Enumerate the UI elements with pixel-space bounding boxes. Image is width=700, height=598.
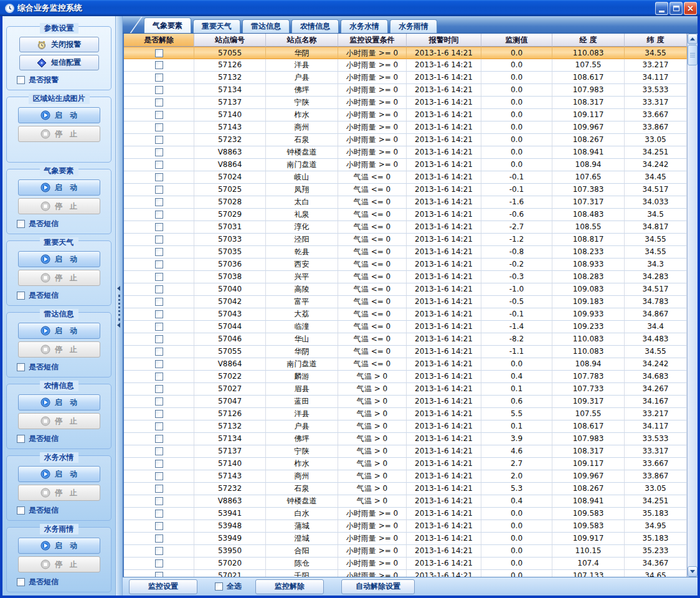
group-checkbox[interactable]: 是否短信 [17,434,107,444]
table-row[interactable]: 53948蒲城小时雨量 >= 02013-1-6 14:210.0109.583… [124,520,687,533]
start-button[interactable]: 启 动 [18,107,100,123]
start-button[interactable]: 启 动 [18,394,100,411]
table-row[interactable]: 57232石泉气温 > 02013-1-6 14:215.3108.26733.… [124,483,687,495]
table-row[interactable]: 57027眉县气温 > 02013-1-6 14:210.1107.73334.… [124,383,687,396]
column-header-4[interactable]: 报警时间 [407,34,481,47]
row-checkbox[interactable] [155,173,163,181]
table-row[interactable]: 57140柞水小时雨量 >= 02013-1-6 14:210.0109.117… [124,109,687,121]
row-checkbox[interactable] [155,335,163,343]
table-row[interactable]: 53949澄城小时雨量 >= 02013-1-6 14:210.0109.917… [124,533,687,545]
row-checkbox[interactable] [155,186,163,194]
group-checkbox[interactable]: 是否短信 [17,505,107,516]
table-row[interactable]: 57140柞水气温 > 02013-1-6 14:212.7109.11733.… [124,458,687,470]
auto-release-settings-button[interactable]: 自动解除设置 [341,579,415,594]
row-checkbox[interactable] [155,348,163,356]
row-checkbox[interactable] [155,397,163,406]
table-row[interactable]: 57134佛坪气温 > 02013-1-6 14:213.9107.98333.… [124,433,687,445]
collapse-left-icon[interactable] [117,286,120,291]
table-row[interactable]: 57143商州气温 > 02013-1-6 14:212.0109.96733.… [124,470,687,483]
table-row[interactable]: V8863钟楼盘道气温 > 02013-1-6 14:210.4108.9413… [124,495,687,508]
table-row[interactable]: 57055华阴气温 <= 02013-1-6 14:21-1.1110.0833… [124,346,687,358]
scroll-down-button[interactable] [688,566,698,577]
select-all-control[interactable]: 全选 [215,581,242,592]
table-row[interactable]: 57033泾阳气温 <= 02013-1-6 14:21-1.2108.8173… [124,234,687,246]
start-button[interactable]: 启 动 [18,466,100,482]
table-row[interactable]: 57042富平气温 <= 02013-1-6 14:21-0.5109.1833… [124,296,687,308]
collapse-left-icon[interactable] [117,323,120,328]
scroll-thumb[interactable] [688,45,698,65]
table-row[interactable]: 57040高陵气温 <= 02013-1-6 14:21-1.0109.0833… [124,283,687,296]
table-row[interactable]: 57029礼泉气温 <= 02013-1-6 14:21-0.6108.4833… [124,209,687,221]
table-row[interactable]: 57024岐山气温 <= 02013-1-6 14:21-0.1107.6534… [124,171,687,184]
row-checkbox[interactable] [155,373,163,381]
table-row[interactable]: V8864南门盘道小时雨量 >= 02013-1-6 14:210.0108.9… [124,159,687,171]
start-button[interactable]: 启 动 [18,179,100,196]
table-row[interactable]: 53950合阳小时雨量 >= 02013-1-6 14:210.0110.153… [124,545,687,558]
group-checkbox[interactable]: 是否短信 [17,219,107,229]
table-row[interactable]: 57047蓝田气温 > 02013-1-6 14:210.6109.31734.… [124,396,687,408]
table-row[interactable]: 53941白水小时雨量 >= 02013-1-6 14:210.0109.583… [124,508,687,520]
table-row[interactable]: 57044临潼气温 <= 02013-1-6 14:21-1.4109.2333… [124,321,687,333]
table-row[interactable]: 57025凤翔气温 <= 02013-1-6 14:21-0.1107.3833… [124,184,687,196]
tab-4[interactable]: 水务水情 [341,19,388,33]
row-checkbox[interactable] [155,223,163,231]
monitor-release-button[interactable]: 监控解除 [255,579,324,594]
table-row[interactable]: 57021千阳小时雨量 >= 02013-1-6 14:210.0107.133… [124,570,687,577]
column-header-3[interactable]: 监控设置条件 [338,34,407,47]
row-checkbox[interactable] [155,285,163,293]
row-checkbox[interactable] [155,460,163,468]
row-checkbox[interactable] [155,136,163,144]
checkbox-box[interactable] [17,76,25,84]
table-row[interactable]: 57022麟游气温 > 02013-1-6 14:210.4107.78334.… [124,371,687,383]
scroll-up-button[interactable] [688,34,698,44]
row-checkbox[interactable] [155,559,163,567]
column-header-7[interactable]: 纬 度 [625,34,687,47]
row-checkbox[interactable] [155,98,163,107]
close-alarm-button[interactable]: 关闭报警 [19,37,99,52]
start-button[interactable]: 启 动 [18,251,100,267]
table-row[interactable]: 57132户县气温 > 02013-1-6 14:210.1108.61734.… [124,420,687,433]
minimize-button[interactable] [655,2,668,15]
table-row[interactable]: 57046华山气温 <= 02013-1-6 14:21-8.2110.0833… [124,333,687,346]
stop-button[interactable]: 停 止 [18,341,100,358]
row-checkbox[interactable] [155,485,163,493]
table-row[interactable]: 57035乾县气温 <= 02013-1-6 14:21-0.8108.2333… [124,246,687,259]
checkbox-box[interactable] [17,220,25,228]
row-checkbox[interactable] [155,435,163,443]
row-checkbox[interactable] [155,260,163,268]
row-checkbox[interactable] [155,298,163,306]
tab-3[interactable]: 农情信息 [291,19,339,33]
table-row[interactable]: 57137宁陕气温 > 02013-1-6 14:214.6108.31733.… [124,445,687,458]
close-button[interactable]: × [684,2,697,15]
start-button[interactable]: 启 动 [18,538,100,554]
row-checkbox[interactable] [155,360,163,368]
monitor-set-button[interactable]: 监控设置 [129,579,197,594]
checkbox-box[interactable] [17,435,25,443]
table-row[interactable]: 57134佛坪小时雨量 >= 02013-1-6 14:210.0107.983… [124,84,687,97]
group-checkbox[interactable]: 是否短信 [17,577,107,587]
stop-button[interactable]: 停 止 [18,198,100,214]
table-row[interactable]: 57028太白气温 <= 02013-1-6 14:21-1.6107.3173… [124,196,687,209]
row-checkbox[interactable] [155,422,163,430]
table-row[interactable]: 57038兴平气温 <= 02013-1-6 14:21-0.3108.2833… [124,271,687,283]
table-row[interactable]: 57132户县小时雨量 >= 02013-1-6 14:210.0108.617… [124,72,687,84]
table-row[interactable]: 57137宁陕小时雨量 >= 02013-1-6 14:210.0108.317… [124,97,687,109]
column-header-6[interactable]: 经 度 [552,34,625,47]
row-checkbox[interactable] [155,410,163,418]
checkbox-box[interactable] [17,506,25,515]
row-checkbox[interactable] [155,522,163,530]
maximize-button[interactable] [669,2,683,15]
stop-button[interactable]: 停 止 [18,126,100,142]
column-header-0[interactable]: 是否解除 [124,34,194,47]
checkbox-box[interactable] [17,292,25,300]
sms-config-button[interactable]: 短信配置 [19,55,99,70]
table-row[interactable]: 57126洋县气温 > 02013-1-6 14:215.5107.5533.2… [124,408,687,420]
row-checkbox[interactable] [155,385,163,393]
row-checkbox[interactable] [155,497,163,505]
row-checkbox[interactable] [155,323,163,331]
table-row[interactable]: V8864南门盘道气温 <= 02013-1-6 14:210.0108.943… [124,358,687,371]
table-row[interactable]: 57036西安气温 <= 02013-1-6 14:21-0.2108.9333… [124,259,687,271]
row-checkbox[interactable] [155,86,163,94]
row-checkbox[interactable] [155,273,163,281]
row-checkbox[interactable] [155,111,163,119]
